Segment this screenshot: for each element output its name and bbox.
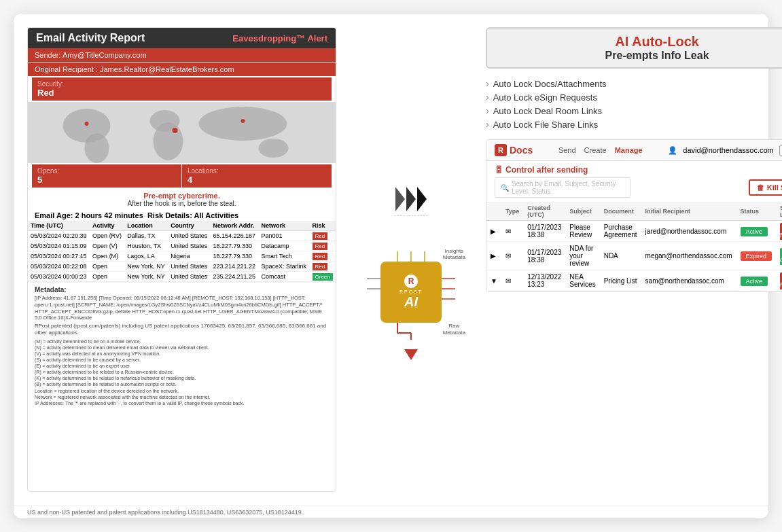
row-expand[interactable]: ▶ <box>486 242 501 270</box>
email-icon: ✉ <box>505 252 511 260</box>
row-subject: Please Review <box>565 221 599 242</box>
rdocs-table-row: ▶✉01/17/2023 18:38Please ReviewPurchase … <box>486 221 782 242</box>
row-subject: NDA for your review <box>565 242 599 270</box>
row-recipient: jared@northendassoc.com <box>641 221 736 242</box>
world-map <box>28 102 336 163</box>
col-document: Document <box>600 202 641 221</box>
risk-badge: Red <box>313 243 328 250</box>
row-expand[interactable]: ▼ <box>486 270 501 291</box>
table-cell: Red <box>310 262 336 272</box>
control-title-text: Control after sending <box>505 165 588 175</box>
bullet-4: › <box>486 119 489 130</box>
eavesdropping-alert: Eavesdropping™ Alert <box>232 33 327 43</box>
table-cell: Red <box>310 231 336 241</box>
rdocs-user: 👤 david@northendassoc.com ⊕ Logout <box>668 145 782 156</box>
risk-details: Risk Details: All Activities <box>147 211 238 219</box>
col-check <box>486 202 501 221</box>
chip-r-letter: R <box>408 277 414 286</box>
risk-badge: Green <box>313 273 333 281</box>
table-header-row: Time (UTC) Activity Location Country Net… <box>28 221 336 231</box>
row-expand[interactable]: ▶ <box>486 221 501 242</box>
control-section: 🎛 Control after sending 🔍 Search by Emai… <box>486 161 782 202</box>
svg-point-1 <box>85 133 109 163</box>
svg-point-8 <box>241 119 245 123</box>
nav-manage[interactable]: Manage <box>615 146 643 154</box>
rdocs-r-icon: R <box>495 144 507 156</box>
main-container: Email Activity Report Eavesdropping™ Ale… <box>14 14 768 518</box>
row-type: ✉ <box>501 221 523 242</box>
row-subject: NEA Services <box>565 270 599 291</box>
row-recipient: sam@northendassoc.com <box>641 270 736 291</box>
table-cell: Pan001 <box>259 231 310 241</box>
kill-selected-main-button[interactable]: 🗑 Kill Selected <box>749 179 782 196</box>
svg-point-5 <box>259 139 289 158</box>
row-security: Track Opening <box>776 242 782 270</box>
chip-r-circle: R <box>404 274 418 288</box>
metrics-row: Security: Red <box>32 77 332 101</box>
table-cell: Open <box>90 272 124 282</box>
rdocs-tbody: ▶✉01/17/2023 18:38Please ReviewPurchase … <box>486 221 782 291</box>
auto-lock-subtitle: Pre-empts Info Leak <box>498 50 782 62</box>
nav-send[interactable]: Send <box>558 146 576 154</box>
search-box[interactable]: 🔍 Search by Email, Subject, Security Lev… <box>495 177 630 198</box>
opens-metric: Opens: 5 <box>32 164 181 188</box>
status-badge: Active <box>741 227 768 236</box>
email-report-panel: Email Activity Report Eavesdropping™ Ale… <box>27 27 336 492</box>
table-cell: 18.227.79.330 <box>211 241 259 251</box>
row-security: Track Readership <box>776 270 782 291</box>
table-cell: 05/03/2024 00:00:23 <box>28 272 90 282</box>
opens-value: 5 <box>37 175 176 185</box>
table-cell: Open (M) <box>90 251 124 262</box>
table-cell: New York, NY <box>124 262 168 272</box>
col-network-addr: Network Addr. <box>211 221 259 231</box>
svg-point-4 <box>199 107 287 141</box>
feature-label-4: Auto Lock File Share Links <box>493 120 599 130</box>
col-country: Country <box>168 221 210 231</box>
table-cell: Dallas, TX <box>124 231 168 241</box>
activity-tbody: 05/03/2024 02:20:39Open (RV)Dallas, TXUn… <box>28 231 336 282</box>
col-recipient: Initial Recipient <box>641 202 736 221</box>
risk-badge: Red <box>313 253 328 260</box>
table-cell: Comcast <box>259 272 310 282</box>
raw-label: Raw Metadata <box>443 323 465 336</box>
chip-rpost-label: RPOST <box>399 289 423 294</box>
auto-lock-banner: AI Auto-Lock Pre-empts Info Leak <box>486 27 782 69</box>
metadata-section: Metadata: [IP Address: 41.67.191.255] [T… <box>28 282 336 409</box>
raw-text: Raw Metadata <box>443 323 465 336</box>
email-icon: ✉ <box>505 228 511 235</box>
row-created: 12/13/2022 13:23 <box>523 270 565 291</box>
preempt-banner: Pre-empt cybercrime. After the hook is i… <box>28 189 336 210</box>
table-cell: Datacamp <box>259 241 310 251</box>
auto-lock-title: AI Auto-Lock <box>498 34 782 50</box>
chevron-1 <box>395 187 405 211</box>
chevron-2 <box>406 187 416 211</box>
col-network: Network <box>259 221 310 231</box>
row-document: Pricing List <box>600 270 641 291</box>
sender-label: Sender: <box>35 51 61 59</box>
kill-selected-label: Kill Selected <box>767 183 782 192</box>
col-security: Security Level <box>776 202 782 221</box>
arrows-section: - - - - - - - - - - - - <box>394 187 427 217</box>
row-created: 01/17/2023 18:38 <box>523 221 565 242</box>
row-status: Active <box>736 221 777 242</box>
insights-text: Insights Metadata <box>443 248 465 261</box>
logout-button[interactable]: ⊕ Logout <box>779 145 782 156</box>
security-metric: Security: Red <box>32 77 332 101</box>
table-cell: Smart Tech <box>259 251 310 262</box>
col-created: Created (UTC) <box>523 202 565 221</box>
table-cell: Open (RV) <box>90 231 124 241</box>
nav-create[interactable]: Create <box>584 146 607 154</box>
ai-chip-wrapper: R RPOST AI Insights Metadata Raw Metadat… <box>363 245 459 340</box>
bullet-2: › <box>486 92 489 103</box>
security-value: Red <box>37 88 326 98</box>
table-cell: 05/03/2024 02:20:39 <box>28 231 90 241</box>
risk-details-header: Email Age: 2 hours 42 minutes Risk Detai… <box>28 210 336 221</box>
status-badge: Active <box>741 277 768 286</box>
search-icon: 🔍 <box>501 184 509 192</box>
activity-table: Time (UTC) Activity Location Country Net… <box>28 221 336 282</box>
row-created: 01/17/2023 18:38 <box>523 242 565 270</box>
sender-value: Amy@TitleCompany.com <box>63 51 147 59</box>
user-email: david@northendassoc.com <box>683 146 773 154</box>
rdocs-table-row: ▼✉12/13/2022 13:23NEA ServicesPricing Li… <box>486 270 782 291</box>
table-cell: 18.227.79.330 <box>211 251 259 262</box>
